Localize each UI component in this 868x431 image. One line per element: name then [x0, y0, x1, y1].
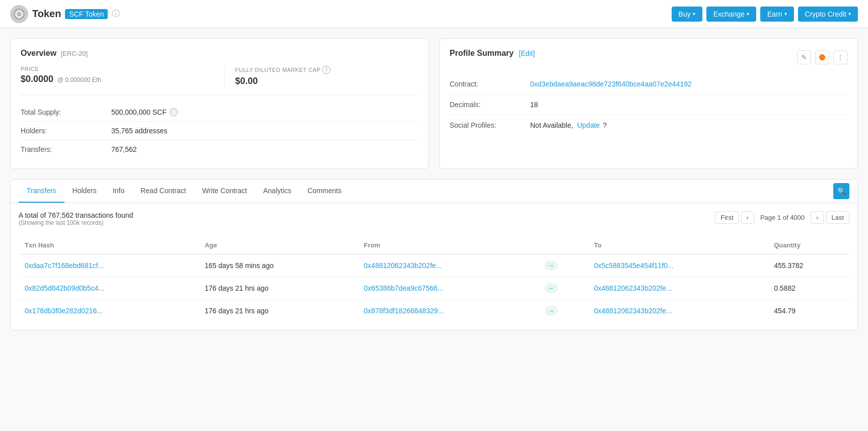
profile-actions: ✎ ⋮ [797, 50, 847, 64]
table-info: A total of 767,562 transactions found (S… [19, 211, 133, 226]
tab-transfers[interactable]: Transfers [19, 180, 64, 203]
cell-to: 0x48812062343b202fe... [588, 277, 768, 300]
transfer-direction-icon: → [545, 283, 558, 293]
overview-card-title: Overview [ERC-20] [21, 49, 418, 58]
pagination-next-button[interactable]: › [811, 211, 824, 224]
price-display: $0.0000 @ 0.000000 Eth [21, 74, 214, 84]
table-top: A total of 767,562 transactions found (S… [19, 211, 849, 232]
cell-age: 176 days 21 hrs ago [198, 300, 357, 322]
holders-label: Holders: [21, 127, 111, 135]
contract-value: 0xd3ebdaea9aeac98de723f640bce4aa07e2e441… [530, 80, 692, 88]
cell-from: 0x65386b7dea9c67566... [358, 277, 539, 300]
col-age: Age [198, 236, 357, 254]
profile-card-header: Profile Summary [Edit] ✎ ⋮ [450, 49, 847, 66]
txn-hash-link[interactable]: 0x82d5d842b09d0b5c4... [25, 284, 104, 292]
profile-card: Profile Summary [Edit] ✎ ⋮ Contract: [439, 38, 858, 169]
price-row: PRICE $0.0000 @ 0.000000 Eth FULLY DILUT… [21, 66, 418, 95]
transfers-value: 767,562 [111, 145, 137, 153]
tab-write-contract[interactable]: Write Contract [194, 180, 255, 203]
social-value: Not Available, Update ? [530, 121, 607, 129]
earn-button[interactable]: Earn ▾ [760, 7, 794, 22]
transfer-direction-icon: → [545, 306, 558, 316]
buy-button[interactable]: Buy ▾ [672, 7, 702, 22]
crypto-credit-button[interactable]: Crypto Credit ▾ [798, 7, 858, 22]
svg-point-0 [14, 9, 24, 19]
total-supply-label: Total Supply: [21, 108, 111, 116]
exchange-button[interactable]: Exchange ▾ [706, 7, 756, 22]
cell-age: 176 days 21 hrs ago [198, 277, 357, 300]
profile-edit-link[interactable]: [Edit] [519, 49, 535, 57]
pagination-first-button[interactable]: First [715, 211, 739, 224]
social-row: Social Profiles: Not Available, Update ? [450, 115, 847, 135]
overview-card: Overview [ERC-20] PRICE $0.0000 @ 0.0000… [10, 38, 429, 169]
cell-from: 0x48812062343b202fe... [358, 254, 539, 277]
price-section: PRICE $0.0000 @ 0.000000 Eth [21, 66, 214, 87]
transfers-label: Transfers: [21, 145, 111, 153]
cards-row: Overview [ERC-20] PRICE $0.0000 @ 0.0000… [10, 38, 858, 169]
table-row: 0x178db3f0e282d0216... 176 days 21 hrs a… [19, 300, 849, 322]
search-icon: 🔍 [837, 187, 846, 195]
profile-more-btn[interactable]: ⋮ [833, 50, 847, 64]
profile-edit-icon-btn[interactable]: ✎ [797, 50, 811, 64]
table-body: 0xdaa7c7f168ebd681cf... 165 days 58 mins… [19, 254, 849, 322]
from-address-link[interactable]: 0x878f3df18266848329... [364, 307, 444, 315]
social-update-link[interactable]: Update [577, 121, 600, 129]
tab-read-contract[interactable]: Read Contract [132, 180, 194, 203]
transfers-table: Txn Hash Age From To Quantity 0xdaa7c7f1… [19, 236, 849, 322]
main-content: Overview [ERC-20] PRICE $0.0000 @ 0.0000… [0, 28, 868, 340]
txn-hash-link[interactable]: 0xdaa7c7f168ebd681cf... [25, 262, 104, 270]
cell-to: 0x5c5883545e454f11f0... [588, 254, 768, 277]
buy-chevron-icon: ▾ [693, 11, 695, 17]
decimals-label: Decimals: [450, 101, 530, 109]
total-supply-row: Total Supply: 500,000,000 SCF ⓘ [21, 103, 418, 122]
exchange-chevron-icon: ▾ [747, 11, 749, 17]
to-address-link[interactable]: 0x48812062343b202fe... [594, 284, 672, 292]
transfers-row: Transfers: 767,562 [21, 140, 418, 158]
pagination-last-button[interactable]: Last [826, 211, 849, 224]
total-supply-info-icon[interactable]: ⓘ [170, 108, 178, 116]
txn-hash-link[interactable]: 0x178db3f0e282d0216... [25, 307, 103, 315]
table-row: 0xdaa7c7f168ebd681cf... 165 days 58 mins… [19, 254, 849, 277]
header-left: Token SCF Token ⓘ [10, 5, 120, 23]
table-showing-info: (Showing the last 100k records) [19, 219, 133, 226]
to-address-link[interactable]: 0x48812062343b202fe... [594, 307, 672, 315]
price-eth: @ 0.000000 Eth [57, 76, 101, 83]
tabs-header: Transfers Holders Info Read Contract Wri… [11, 180, 857, 203]
cell-txn-hash: 0x82d5d842b09d0b5c4... [19, 277, 198, 300]
table-row: 0x82d5d842b09d0b5c4... 176 days 21 hrs a… [19, 277, 849, 300]
pagination-page-info: Page 1 of 4000 [756, 212, 809, 223]
header-info-icon[interactable]: ⓘ [112, 9, 120, 19]
price-value: $0.0000 [21, 74, 53, 84]
contract-address-link[interactable]: 0xd3ebdaea9aeac98de723f640bce4aa07e2e441… [530, 80, 692, 88]
header-right: Buy ▾ Exchange ▾ Earn ▾ Crypto Credit ▾ [672, 7, 858, 22]
cell-to: 0x48812062343b202fe... [588, 300, 768, 322]
profile-circle-btn[interactable] [815, 50, 829, 64]
tab-analytics[interactable]: Analytics [255, 180, 300, 203]
col-quantity: Quantity [768, 236, 849, 254]
cell-quantity: 0.5882 [768, 277, 849, 300]
from-address-link[interactable]: 0x48812062343b202fe... [364, 262, 442, 270]
total-supply-value: 500,000,000 SCF ⓘ [111, 108, 178, 116]
table-search-button[interactable]: 🔍 [833, 183, 849, 199]
table-head: Txn Hash Age From To Quantity [19, 236, 849, 254]
transfer-direction-icon: → [545, 261, 558, 271]
from-address-link[interactable]: 0x65386b7dea9c67566... [364, 284, 444, 292]
tab-info[interactable]: Info [105, 180, 132, 203]
tab-holders[interactable]: Holders [64, 180, 105, 203]
cell-from: 0x878f3df18266848329... [358, 300, 539, 322]
decimals-value: 18 [530, 101, 538, 109]
market-cap-info-icon[interactable]: ? [322, 66, 330, 74]
table-total-info: A total of 767,562 transactions found [19, 211, 133, 219]
holders-value: 35,765 addresses [111, 127, 167, 135]
tab-comments[interactable]: Comments [300, 180, 350, 203]
social-label: Social Profiles: [450, 121, 530, 129]
cell-quantity: 454.79 [768, 300, 849, 322]
to-address-link[interactable]: 0x5c5883545e454f11f0... [594, 262, 674, 270]
pagination-prev-button[interactable]: ‹ [741, 211, 754, 224]
pencil-icon: ✎ [801, 53, 807, 61]
table-area: A total of 767,562 transactions found (S… [11, 203, 857, 330]
tabs-section: Transfers Holders Info Read Contract Wri… [10, 179, 858, 330]
decimals-row: Decimals: 18 [450, 95, 847, 115]
cell-arrow: → [539, 300, 588, 322]
cell-age: 165 days 58 mins ago [198, 254, 357, 277]
